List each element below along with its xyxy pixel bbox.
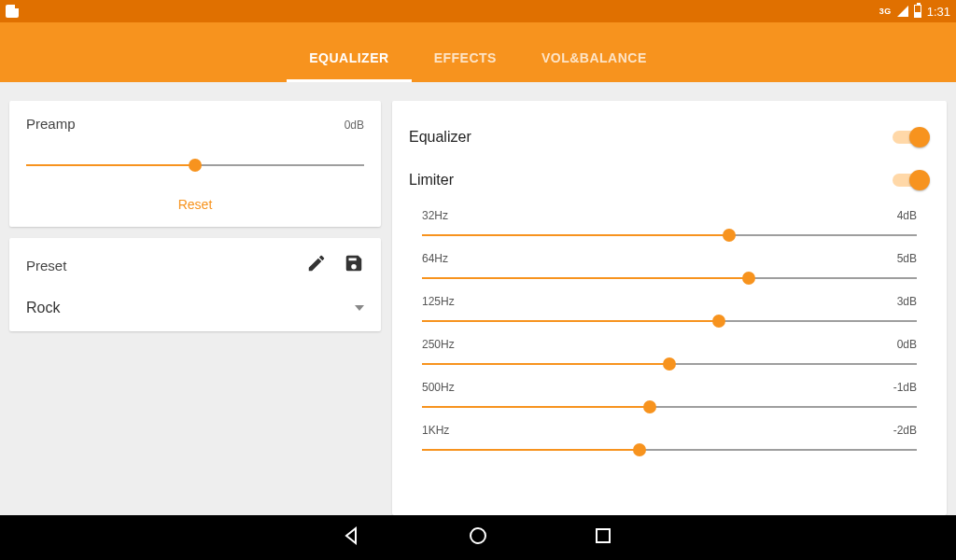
band-freq: 64Hz — [422, 252, 448, 265]
sdcard-icon — [6, 5, 19, 18]
band-slider-2[interactable] — [422, 312, 917, 330]
preset-selected: Rock — [26, 300, 60, 316]
battery-icon — [914, 5, 921, 18]
tab-volbalance[interactable]: VOL&BALANCE — [519, 50, 669, 82]
eq-band-5: 1KHz-2dB — [409, 424, 930, 459]
home-icon[interactable] — [467, 525, 489, 551]
equalizer-toggle[interactable] — [893, 127, 930, 147]
tab-effects[interactable]: EFFECTS — [412, 50, 519, 82]
preset-label: Preset — [26, 258, 66, 273]
limiter-toggle[interactable] — [893, 170, 930, 190]
band-gain: 5dB — [897, 252, 917, 265]
band-slider-0[interactable] — [422, 226, 917, 245]
status-bar: 3G 1:31 — [0, 0, 956, 22]
android-navbar — [0, 515, 956, 560]
band-gain: 3dB — [897, 295, 917, 308]
back-icon[interactable] — [342, 525, 364, 551]
preamp-reset-button[interactable]: Reset — [26, 197, 364, 212]
eq-band-3: 250Hz0dB — [409, 338, 930, 373]
chevron-down-icon — [355, 305, 364, 311]
band-slider-3[interactable] — [422, 355, 917, 373]
band-gain: -1dB — [893, 381, 917, 394]
preamp-card: Preamp 0dB Reset — [9, 101, 381, 227]
svg-rect-1 — [597, 529, 610, 542]
equalizer-toggle-label: Equalizer — [409, 129, 471, 146]
band-gain: -2dB — [893, 424, 917, 437]
eq-band-2: 125Hz3dB — [409, 295, 930, 330]
preamp-label: Preamp — [26, 116, 76, 132]
preamp-slider[interactable] — [26, 154, 364, 176]
band-slider-5[interactable] — [422, 441, 917, 459]
eq-band-4: 500Hz-1dB — [409, 381, 930, 416]
band-gain: 4dB — [897, 209, 917, 222]
band-freq: 32Hz — [422, 209, 448, 222]
band-freq: 500Hz — [422, 381, 455, 394]
eq-band-0: 32Hz4dB — [409, 209, 930, 245]
band-freq: 1KHz — [422, 424, 449, 437]
tab-equalizer[interactable]: EQUALIZER — [287, 50, 411, 82]
edit-icon[interactable] — [306, 253, 327, 277]
eq-band-1: 64Hz5dB — [409, 252, 930, 287]
equalizer-card: Equalizer Limiter 32Hz4dB64Hz5dB125Hz3dB… — [392, 101, 947, 515]
limiter-toggle-label: Limiter — [409, 172, 454, 189]
band-slider-4[interactable] — [422, 398, 917, 416]
preset-dropdown[interactable]: Rock — [26, 300, 364, 316]
save-icon[interactable] — [344, 253, 364, 277]
network-type: 3G — [879, 7, 892, 16]
preset-card: Preset Rock — [9, 238, 381, 331]
preamp-value: 0dB — [344, 119, 364, 132]
svg-point-0 — [471, 528, 485, 543]
band-slider-1[interactable] — [422, 269, 917, 287]
band-freq: 125Hz — [422, 295, 455, 308]
band-gain: 0dB — [897, 338, 917, 351]
recent-icon[interactable] — [592, 525, 614, 551]
tab-bar: EQUALIZER EFFECTS VOL&BALANCE — [0, 22, 956, 82]
signal-icon — [897, 6, 908, 17]
band-freq: 250Hz — [422, 338, 455, 351]
status-clock: 1:31 — [927, 5, 950, 19]
